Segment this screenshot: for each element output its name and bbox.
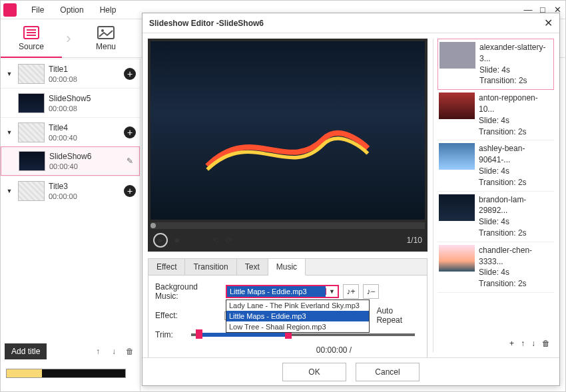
- item-info: SlideShow6 00:00:40: [49, 152, 125, 170]
- slides-list[interactable]: alexander-slattery-3... Slide: 4s Transi…: [437, 39, 554, 335]
- add-slide-icon[interactable]: +: [509, 339, 514, 348]
- modal-footer: OK Cancel: [142, 357, 559, 385]
- dropdown-option[interactable]: Low Tree - Shaal Region.mp3: [226, 321, 369, 332]
- sidebar-footer: Add title ↑ ↓ 🗑: [1, 339, 140, 363]
- slide-info: alexander-slattery-3... Slide: 4s Transi…: [479, 42, 552, 87]
- preview-controls: ▶ ■ ⟲ ⟳ 1/10: [148, 229, 427, 252]
- slide-thumbnail: [439, 143, 475, 170]
- sidebar-item[interactable]: ▼ Title1 00:00:08 +: [1, 59, 140, 88]
- preview-box: ▶ ■ ⟲ ⟳ 1/10: [148, 39, 427, 252]
- slide-item[interactable]: chandler-chen-3333... Slide: 4s Transiti…: [437, 242, 554, 293]
- menu-file[interactable]: File: [23, 5, 52, 15]
- item-title: SlideShow5: [49, 94, 136, 103]
- slide-item[interactable]: brandon-lam-29892... Slide: 4s Transitio…: [437, 192, 554, 242]
- expand-icon[interactable]: ▼: [5, 188, 14, 194]
- tab-text[interactable]: Text: [237, 259, 268, 275]
- remove-music-icon[interactable]: ♪−: [363, 284, 379, 299]
- svg-point-5: [101, 29, 104, 32]
- bg-music-combo[interactable]: Little Maps - Eddie.mp3 ▼ Lady Lane - Th…: [226, 285, 339, 298]
- item-time: 00:00:08: [49, 104, 136, 112]
- preview-column: ▶ ■ ⟲ ⟳ 1/10 Effect Transition Text Musi…: [148, 39, 427, 352]
- modal-header: Slideshow Editor - SlideShow6 ✕: [142, 13, 559, 33]
- item-title: SlideShow6: [49, 152, 125, 161]
- sidebar-item[interactable]: ▼ Title3 00:00:00 +: [1, 176, 140, 205]
- trim-handle-start[interactable]: [196, 329, 202, 339]
- slide-item[interactable]: ashley-bean-90641-... Slide: 4s Transiti…: [437, 140, 554, 191]
- play-icon[interactable]: ▶: [153, 233, 168, 248]
- sidebar-item-selected[interactable]: SlideShow6 00:00:40 ✎: [1, 146, 140, 176]
- slide-thumbnail: [439, 93, 475, 119]
- arrow-down-icon[interactable]: ↓: [108, 345, 120, 357]
- expand-icon[interactable]: ▼: [5, 129, 14, 136]
- slideshow-editor-modal: Slideshow Editor - SlideShow6 ✕ ▶ ■ ⟲ ⟳: [142, 13, 560, 386]
- expand-icon[interactable]: ▼: [5, 71, 14, 77]
- trim-slider[interactable]: [191, 333, 415, 336]
- trash-icon[interactable]: 🗑: [542, 339, 550, 348]
- thumbnail: [18, 122, 45, 142]
- slide-info: chandler-chen-3333... Slide: 4s Transiti…: [479, 245, 553, 290]
- tab-menu-label: Menu: [96, 42, 116, 51]
- trash-icon[interactable]: 🗑: [124, 345, 136, 357]
- thumbnail: [18, 93, 45, 113]
- arrow-up-icon[interactable]: ↑: [92, 345, 104, 357]
- slide-duration: Slide: 4s: [479, 216, 553, 228]
- rotate-right-icon[interactable]: ⟳: [226, 236, 232, 245]
- timeline-strip[interactable]: [6, 369, 126, 378]
- slide-duration: Slide: 4s: [479, 115, 553, 126]
- modal-title-prefix: Slideshow Editor -: [149, 19, 219, 28]
- item-title: Title3: [49, 182, 124, 191]
- dropdown-option[interactable]: Lady Lane - The Pink Everland Sky.mp3: [226, 300, 369, 311]
- arrow-down-icon[interactable]: ↓: [531, 339, 535, 348]
- source-icon: [23, 26, 40, 39]
- slide-thumbnail: [439, 194, 475, 221]
- chevron-down-icon[interactable]: ▼: [326, 288, 338, 295]
- sidebar-item[interactable]: SlideShow5 00:00:08: [1, 88, 140, 117]
- ok-button[interactable]: OK: [282, 363, 346, 381]
- time-total: 00:00:00 / 00:01:33: [316, 345, 366, 357]
- item-time: 00:00:00: [49, 192, 124, 200]
- tab-music[interactable]: Music: [268, 259, 306, 276]
- add-button[interactable]: +: [124, 68, 136, 80]
- rotate-left-icon[interactable]: ⟲: [212, 236, 219, 245]
- cancel-button[interactable]: Cancel: [356, 363, 420, 381]
- tab-source[interactable]: Source: [1, 19, 62, 58]
- add-button[interactable]: +: [124, 185, 136, 197]
- tab-source-label: Source: [19, 42, 44, 51]
- slide-name: anton-repponen-10...: [479, 93, 553, 115]
- dropdown-option-selected[interactable]: Little Maps - Eddie.mp3: [226, 311, 369, 321]
- sidebar: ▼ Title1 00:00:08 + SlideShow5 00:00:08 …: [1, 59, 141, 391]
- combo-selected: Little Maps - Eddie.mp3: [227, 286, 326, 297]
- thumbnail: [18, 181, 45, 201]
- tab-effect[interactable]: Effect: [148, 259, 185, 275]
- slide-item[interactable]: anton-repponen-10... Slide: 4s Transitio…: [437, 90, 554, 140]
- item-info: Title4 00:00:40: [49, 123, 124, 142]
- slides-footer: + ↑ ↓ 🗑: [437, 335, 554, 352]
- slide-item-selected[interactable]: alexander-slattery-3... Slide: 4s Transi…: [437, 39, 554, 90]
- sidebar-item[interactable]: ▼ Title4 00:00:40 +: [1, 117, 140, 146]
- add-title-button[interactable]: Add title: [5, 343, 47, 359]
- time-info: 00:00:00 / 00:01:33 Trim Length: 00:00:4…: [316, 345, 366, 357]
- menu-option[interactable]: Option: [52, 5, 91, 15]
- edit-icon[interactable]: ✎: [125, 156, 135, 166]
- item-time: 00:00:08: [49, 75, 124, 83]
- bg-music-dropdown: Lady Lane - The Pink Everland Sky.mp3 Li…: [226, 299, 370, 333]
- modal-body: ▶ ■ ⟲ ⟳ 1/10 Effect Transition Text Musi…: [142, 33, 559, 357]
- scrub-bar[interactable]: [150, 222, 425, 229]
- arrow-up-icon[interactable]: ↑: [521, 339, 525, 348]
- effect-label: Effect:: [155, 311, 220, 320]
- close-icon[interactable]: ✕: [544, 17, 553, 29]
- add-music-icon[interactable]: ♪+: [343, 284, 359, 299]
- menu-help[interactable]: Help: [92, 5, 125, 15]
- thumbnail: [18, 64, 45, 84]
- slide-transition: Transition: 2s: [479, 126, 553, 138]
- menu-icon: [97, 26, 115, 39]
- playback-row: ▶ ■ 🔉 00:00:00 / 00:01:33 Trim Length: 0…: [155, 345, 420, 357]
- svg-rect-4: [98, 27, 114, 39]
- item-info: Title3 00:00:00: [49, 182, 124, 200]
- item-time: 00:00:40: [49, 162, 125, 170]
- stop-icon[interactable]: ■: [174, 236, 179, 245]
- tab-transition[interactable]: Transition: [185, 259, 236, 275]
- tab-menu[interactable]: Menu: [75, 19, 137, 58]
- slide-transition: Transition: 2s: [479, 75, 552, 87]
- add-button[interactable]: +: [124, 126, 136, 138]
